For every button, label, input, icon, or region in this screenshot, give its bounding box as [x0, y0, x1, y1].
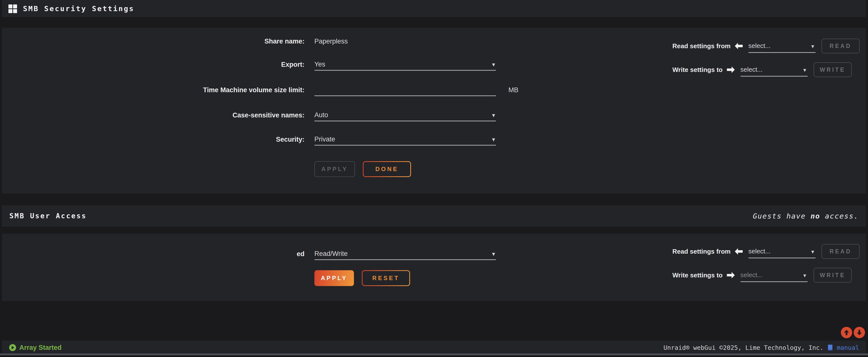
security-label: Security: — [2, 136, 305, 145]
reset-button[interactable]: RESET — [362, 270, 410, 286]
apply-button[interactable]: APPLY — [314, 270, 354, 286]
security-select[interactable]: Private ▼ — [314, 133, 496, 145]
share-name-value: Paperpless — [314, 37, 496, 47]
read-settings-row: Read settings from select... ▼ READ — [673, 244, 860, 259]
section-title: SMB User Access — [9, 212, 87, 220]
page-title: SMB Security Settings — [23, 4, 134, 13]
array-status-text: Array Started — [19, 344, 62, 352]
arrow-left-icon — [735, 42, 743, 50]
read-settings-select[interactable]: select... ▼ — [748, 245, 816, 258]
array-status: Array Started — [9, 344, 62, 352]
user-name-label: ed — [2, 250, 305, 260]
write-settings-select[interactable]: select... ▼ — [741, 63, 808, 77]
security-buttons: APPLY DONE — [314, 161, 411, 177]
scroll-to-bottom-button[interactable] — [854, 327, 865, 338]
security-row: Security: Private ▼ — [2, 133, 496, 145]
read-button[interactable]: READ — [822, 38, 860, 53]
write-settings-select[interactable]: select... ▼ — [741, 268, 808, 282]
smb-settings-page: SMB Security Settings Share name: Paperp… — [0, 0, 868, 357]
dropdown-arrow-icon: ▼ — [811, 250, 814, 254]
manual-book-icon — [827, 345, 833, 351]
page-header: SMB Security Settings — [2, 0, 866, 18]
dropdown-arrow-icon: ▼ — [492, 137, 495, 142]
read-settings-label: Read settings from — [673, 248, 731, 256]
export-label: Export: — [2, 61, 305, 70]
scroll-to-top-button[interactable] — [841, 327, 852, 338]
footer-copyright: Unraid® webGui ©2025, Lime Technology, I… — [663, 344, 859, 351]
scroll-buttons — [841, 327, 865, 338]
smb-user-access-panel: ed Read/Write ▼ APPLY RESET Read setting… — [2, 234, 866, 301]
time-machine-unit: MB — [508, 86, 519, 96]
arrow-right-icon — [726, 272, 735, 279]
read-button[interactable]: READ — [822, 244, 860, 259]
write-settings-label: Write settings to — [673, 271, 723, 279]
read-settings-row: Read settings from select... ▼ READ — [673, 38, 860, 53]
case-sensitive-label: Case-sensitive names: — [2, 112, 305, 121]
dropdown-arrow-icon: ▼ — [492, 113, 495, 118]
arrow-right-icon — [726, 66, 735, 73]
write-button[interactable]: WRITE — [814, 268, 852, 282]
time-machine-label: Time Machine volume size limit: — [2, 86, 305, 96]
done-button[interactable]: DONE — [363, 161, 411, 177]
dropdown-arrow-icon: ▼ — [492, 252, 495, 257]
share-name-label: Share name: — [2, 37, 305, 47]
read-settings-label: Read settings from — [673, 42, 731, 50]
read-settings-select[interactable]: select... ▼ — [748, 39, 816, 53]
write-settings-row: Write settings to select... ▼ WRITE — [673, 268, 860, 282]
export-select[interactable]: Yes ▼ — [314, 59, 496, 70]
dropdown-arrow-icon: ▼ — [811, 44, 814, 49]
user-access-select[interactable]: Read/Write ▼ — [314, 248, 496, 260]
arrow-left-icon — [735, 248, 743, 255]
security-io-block: Read settings from select... ▼ READ Writ… — [673, 38, 860, 77]
user-access-row: ed Read/Write ▼ — [2, 248, 496, 260]
windows-smb-icon — [8, 4, 17, 13]
smb-security-panel: Share name: Paperpless Export: Yes ▼ Tim… — [2, 28, 866, 194]
user-access-io-block: Read settings from select... ▼ READ Writ… — [673, 244, 860, 282]
window-bottom-edge — [0, 356, 868, 357]
window-bottom-strip — [0, 354, 868, 356]
case-sensitive-row: Case-sensitive names: Auto ▼ — [2, 109, 496, 121]
write-settings-row: Write settings to select... ▼ WRITE — [673, 62, 860, 77]
arrow-down-icon — [856, 329, 863, 336]
arrow-up-icon — [843, 329, 850, 336]
array-started-play-icon — [9, 344, 16, 351]
status-footer: Array Started Unraid® webGui ©2025, Lime… — [2, 341, 866, 355]
dropdown-arrow-icon: ▼ — [803, 273, 806, 278]
user-access-buttons: APPLY RESET — [314, 270, 410, 286]
export-row: Export: Yes ▼ — [2, 59, 496, 70]
write-settings-label: Write settings to — [673, 66, 723, 74]
time-machine-input[interactable] — [314, 84, 496, 96]
time-machine-row: Time Machine volume size limit: MB — [2, 84, 519, 96]
share-name-row: Share name: Paperpless — [2, 37, 496, 47]
dropdown-arrow-icon: ▼ — [803, 68, 806, 72]
time-machine-field-wrap — [314, 84, 496, 96]
write-button[interactable]: WRITE — [814, 62, 852, 77]
guests-access-note: Guests have no access. — [753, 212, 859, 220]
manual-link[interactable]: manual — [837, 344, 859, 351]
case-sensitive-select[interactable]: Auto ▼ — [314, 109, 496, 121]
dropdown-arrow-icon: ▼ — [492, 62, 495, 67]
apply-button[interactable]: APPLY — [314, 161, 355, 177]
smb-user-access-header: SMB User Access Guests have no access. — [2, 205, 866, 227]
